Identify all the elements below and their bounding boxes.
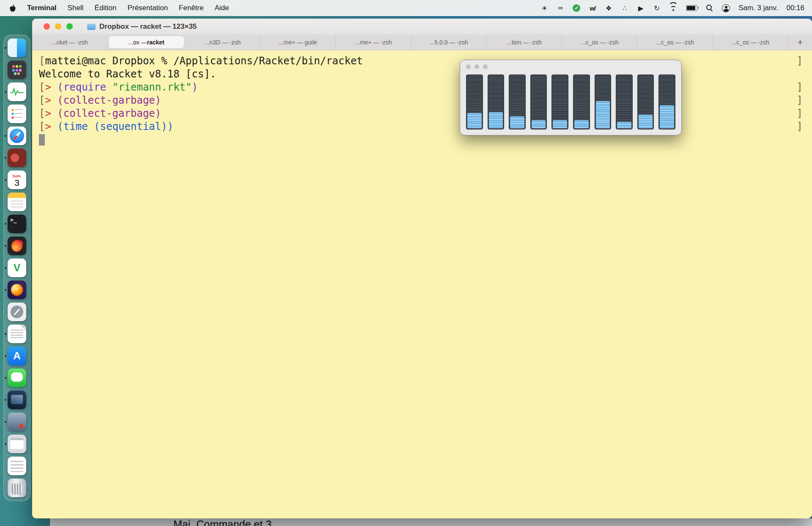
menu-app-name[interactable]: Terminal [27, 4, 57, 12]
terminal-line: Welcome to Racket v8.18 [cs]. [39, 68, 812, 81]
background-text: Maj, Commande et 3. [173, 518, 274, 526]
apple-menu[interactable] [9, 4, 16, 12]
dock-item-notes[interactable] [8, 193, 26, 211]
dock-item-textedit[interactable] [8, 325, 26, 343]
battery-icon[interactable] [686, 4, 697, 12]
tab-1[interactable]: ...cket — -zsh [32, 34, 107, 50]
terminal-text-segment [51, 81, 57, 93]
dock-item-compass[interactable] [8, 303, 26, 321]
tab-7[interactable]: ...tion — -zsh [487, 34, 562, 50]
cpu-meter-fill [553, 120, 567, 128]
dock-item-activity-monitor[interactable] [8, 83, 26, 101]
shortcuts-icon[interactable]: ∞ [557, 4, 564, 12]
activity-waveform [10, 88, 24, 96]
tab-10[interactable]: ...c_os — -zsh [713, 34, 788, 50]
running-indicator [5, 91, 6, 93]
user-account-icon[interactable] [722, 4, 730, 12]
dock-item-appstore[interactable]: A [8, 347, 26, 365]
compass-icon [8, 303, 26, 321]
running-indicator [5, 47, 6, 49]
cpu-meter-fill [532, 120, 546, 128]
terminal-icon: >_ [8, 215, 26, 233]
tab-label: ...cket — -zsh [52, 39, 88, 46]
calendar-weekday: Sam. [12, 174, 22, 178]
right-margin-marker: ] [797, 107, 803, 120]
dock-item-reminders[interactable] [8, 105, 26, 123]
zoom-button[interactable] [66, 23, 73, 30]
menu-date[interactable]: Sam. 3 janv. [738, 4, 778, 12]
cpu-meter-7 [595, 74, 612, 129]
menu-item-pr-sentation[interactable]: Présentation [127, 4, 167, 12]
battery-icon-shape [686, 5, 697, 11]
tab-9[interactable]: ...c_os — -zsh [637, 34, 713, 50]
dock: Sam.3>_VA [3, 35, 30, 501]
tab-8[interactable]: ...c_os — -zsh [562, 34, 637, 50]
running-indicator [5, 245, 6, 247]
search-icon-shape [706, 5, 713, 11]
battery-fill [687, 6, 695, 10]
trash-icon [8, 479, 26, 497]
antivirus-check-icon[interactable]: ✓ [573, 4, 580, 12]
dock-item-vpn[interactable]: V [8, 259, 26, 277]
wifi-icon-shape [669, 5, 678, 11]
dock-item-trash[interactable] [8, 479, 26, 497]
tab-3[interactable]: ...n3D — -zsh [185, 34, 261, 50]
dock-item-messages[interactable] [8, 369, 26, 387]
cpu-window-controls[interactable] [466, 64, 488, 69]
brightness-icon[interactable]: ☀ [540, 4, 548, 12]
menu-time[interactable]: 00:16 [786, 4, 804, 12]
terminal-content[interactable]: [mattei@mac Dropbox % /Applications/Rack… [32, 50, 812, 518]
terminal-text-segment: (sequential)) [94, 121, 173, 132]
minimize-button[interactable] [55, 23, 61, 30]
apple-icon [9, 4, 16, 12]
running-indicator [5, 267, 6, 269]
dock-item-launchpad[interactable] [8, 61, 26, 79]
wifi-icon[interactable] [669, 4, 678, 12]
tab-6[interactable]: ...5.0.0 — -zsh [411, 34, 486, 50]
dots-icon[interactable]: ∴ [621, 4, 628, 12]
terminal-text-segment: (time [57, 121, 88, 132]
search-icon[interactable] [706, 4, 713, 12]
play-icon[interactable]: ▶ [637, 4, 645, 12]
dock-item-preview-dark[interactable] [8, 391, 26, 409]
dock-item-finder[interactable] [8, 39, 26, 57]
menu-item-shell[interactable]: Shell [68, 4, 84, 12]
dock-item-racket[interactable] [8, 149, 26, 167]
dock-item-firefox[interactable] [8, 281, 26, 299]
terminal-text-segment: Welcome to Racket v8.18 [cs]. [39, 68, 216, 80]
dropbox-icon[interactable]: ❖ [605, 4, 612, 12]
tab-label: ...c_os — -zsh [581, 39, 618, 46]
dock-item-documents[interactable] [8, 457, 26, 475]
tab-4[interactable]: ...me+ — guile [261, 34, 336, 50]
dock-item-terminal[interactable]: >_ [8, 215, 26, 233]
tab-5[interactable]: ...me+ — -zsh [336, 34, 411, 50]
window-title: Dropbox — racket — 123×35 [99, 22, 197, 31]
dock-item-safari[interactable] [8, 127, 26, 145]
close-button[interactable] [44, 23, 50, 30]
menu-item--dition[interactable]: Édition [94, 4, 116, 12]
cpu-meter-fill [639, 115, 653, 128]
appstore-glyph: A [13, 350, 20, 362]
new-tab-button[interactable]: + [788, 34, 812, 50]
w-logo-icon[interactable]: w/ [589, 4, 596, 12]
terminal-glyph: >_ [10, 217, 17, 223]
dock-item-books-fire[interactable] [8, 237, 26, 255]
terminal-text-segment: mattei@mac Dropbox % /Applications/Racke… [45, 55, 362, 67]
dock-item-preview-photo[interactable] [8, 413, 26, 431]
tab-2[interactable]: ...ox — racket [108, 36, 184, 49]
vpn-glyph: V [14, 262, 20, 274]
cpu-meters [466, 74, 675, 129]
preview-dark-icon [8, 391, 26, 409]
terminal-line: [> (time (sequential))] [39, 120, 812, 133]
cpu-meter-3 [509, 74, 526, 129]
dock-item-preview-window[interactable] [8, 435, 26, 453]
terminal-text-segment: ) [192, 81, 198, 93]
menu-item-fen-tre[interactable]: Fenêtre [179, 4, 204, 12]
preview-window-icon [8, 435, 26, 453]
terminal-cursor[interactable] [39, 134, 45, 146]
dock-item-calendar[interactable]: Sam.3 [8, 171, 26, 189]
terminal-text-segment [88, 121, 94, 132]
terminal-text-segment [51, 94, 57, 106]
menu-item-aide[interactable]: Aide [214, 4, 229, 12]
sync-history-icon[interactable]: ↻ [653, 4, 661, 12]
